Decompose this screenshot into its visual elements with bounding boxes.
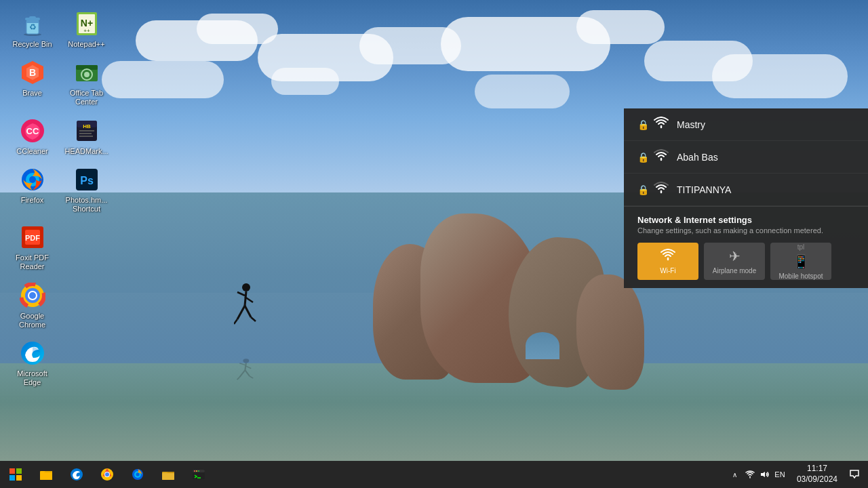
taskbar-right: ∧ EN — [725, 461, 868, 488]
svg-line-15 — [250, 376, 253, 378]
desktop-icon-foxit[interactable]: PDF Foxit PDF Reader — [7, 220, 58, 274]
desktop-icon-recycle-bin[interactable]: ♻ Recycle Bin — [7, 7, 58, 52]
tray-language[interactable]: EN — [773, 461, 787, 488]
svg-text:B: B — [28, 67, 35, 78]
clock[interactable]: 11:17 03/09/2024 — [790, 461, 844, 488]
airplane-toggle[interactable]: ✈ Airplane mode — [704, 243, 765, 280]
svg-point-32 — [84, 72, 90, 77]
svg-marker-76 — [761, 472, 765, 477]
headmarker-icon: HB — [73, 117, 100, 144]
svg-text:HB: HB — [83, 123, 91, 129]
desktop-icon-ccleaner[interactable]: CC CCleaner — [7, 114, 58, 159]
taskbar-folder[interactable] — [153, 461, 183, 488]
svg-text:PDF: PDF — [25, 234, 40, 242]
taskbar-chrome[interactable] — [92, 461, 122, 488]
wifi-network-titipannya[interactable]: 🔒 TITIPANNYA — [624, 174, 868, 206]
notification-button[interactable] — [844, 461, 865, 488]
taskbar: ∧ EN — [0, 461, 868, 488]
network-settings-title[interactable]: Network & Internet settings — [637, 215, 854, 225]
wifi-toggle-icon — [660, 249, 675, 264]
notepadpp-icon: N+ ++ — [73, 10, 100, 37]
ccleaner-label: CCleaner — [16, 147, 47, 156]
wifi-signal-mastry — [654, 117, 669, 132]
airplane-toggle-label: Airplane mode — [713, 267, 756, 274]
wifi-toggle[interactable]: Wi-Fi — [637, 243, 698, 280]
brave-label: Brave — [22, 89, 42, 98]
svg-rect-57 — [9, 475, 15, 481]
svg-text:++: ++ — [83, 28, 90, 34]
desktop-icon-photoshop[interactable]: Ps Photos.hm... Shortcut — [61, 163, 112, 217]
network-settings-subtitle: Change settings, such as making a connec… — [637, 226, 854, 235]
desktop-icon-office-tab[interactable]: Office Tab Center — [61, 56, 112, 110]
desktop: ♻ Recycle Bin N+ ++ — [0, 0, 868, 488]
svg-point-0 — [242, 283, 250, 291]
tray-volume-icon[interactable] — [758, 461, 772, 488]
svg-point-64 — [105, 472, 109, 476]
rock-arch-hole — [526, 332, 559, 359]
firefox-icon — [19, 166, 46, 193]
svg-rect-40 — [79, 136, 93, 137]
svg-rect-58 — [16, 475, 22, 481]
svg-text:Ps: Ps — [80, 175, 94, 186]
recycle-bin-label: Recycle Bin — [12, 40, 52, 49]
svg-text:N+: N+ — [80, 18, 92, 28]
desktop-icon-headmarker[interactable]: HB HEADMark... — [61, 114, 112, 159]
svg-rect-38 — [79, 130, 94, 131]
lock-icon-mastry: 🔒 — [637, 119, 648, 130]
svg-line-6 — [234, 319, 237, 324]
firefox-label: Firefox — [21, 196, 44, 205]
wifi-network-abah-bas[interactable]: 🔒 Abah Bas — [624, 141, 868, 174]
svg-rect-60 — [40, 472, 52, 480]
taskbar-app-icons — [31, 461, 214, 488]
tray-expand-button[interactable]: ∧ — [728, 461, 742, 488]
tray-network-icon[interactable] — [743, 461, 757, 488]
wifi-toggle-label: Wi-Fi — [660, 267, 675, 274]
ccleaner-icon: CC — [19, 117, 46, 144]
wifi-network-mastry[interactable]: 🔒 Mastry — [624, 108, 868, 141]
svg-rect-56 — [16, 468, 22, 474]
wifi-panel: 🔒 Mastry 🔒 — [624, 108, 868, 288]
desktop-icon-chrome[interactable]: Google Chrome — [7, 279, 58, 333]
svg-line-14 — [237, 377, 240, 380]
hotspot-toggle[interactable]: tpl 📱 Mobile hotspot — [770, 243, 831, 280]
recycle-bin-icon: ♻ — [19, 10, 46, 37]
figure-reflection — [234, 350, 258, 390]
svg-text:♻: ♻ — [28, 22, 36, 32]
taskbar-edge[interactable] — [61, 461, 92, 488]
system-tray: ∧ EN — [725, 461, 790, 488]
headmarker-label: HEADMark... — [64, 147, 108, 156]
photoshop-label: Photos.hm... Shortcut — [64, 196, 108, 214]
wifi-signal-abah-bas — [654, 149, 669, 165]
taskbar-terminal[interactable] — [183, 461, 214, 488]
officetab-label: Office Tab Center — [64, 89, 108, 106]
chrome-icon — [19, 282, 46, 309]
taskbar-file-explorer[interactable] — [31, 461, 61, 488]
svg-line-10 — [239, 363, 245, 365]
taskbar-firefox[interactable] — [122, 461, 153, 488]
quick-toggles: Wi-Fi ✈ Airplane mode tpl 📱 Mobile hotsp… — [637, 243, 854, 280]
mastry-network-name: Mastry — [677, 119, 705, 130]
clock-time: 11:17 — [807, 464, 827, 474]
hotspot-prefix: tpl — [797, 243, 805, 251]
start-button[interactable] — [0, 461, 31, 488]
edge-icon — [19, 340, 46, 367]
svg-line-2 — [237, 292, 245, 296]
foxit-label: Foxit PDF Reader — [10, 253, 54, 271]
clock-date: 03/09/2024 — [797, 474, 837, 485]
svg-rect-21 — [29, 16, 36, 19]
desktop-icon-brave[interactable]: B Brave — [7, 56, 58, 110]
wifi-network-list: 🔒 Mastry 🔒 — [624, 108, 868, 206]
desktop-icon-notepadpp[interactable]: N+ ++ Notepad++ — [61, 7, 112, 52]
svg-line-7 — [251, 317, 256, 321]
svg-line-5 — [245, 306, 251, 317]
svg-point-8 — [243, 359, 249, 363]
svg-text:CC: CC — [26, 126, 39, 136]
desktop-icon-firefox[interactable]: Firefox — [7, 163, 58, 217]
svg-rect-39 — [79, 133, 92, 134]
desktop-icon-edge[interactable]: Microsoft Edge — [7, 336, 58, 390]
lock-icon-titipannya: 🔒 — [637, 184, 648, 195]
titipannya-network-name: TITIPANNYA — [677, 184, 731, 195]
lock-icon-abah-bas: 🔒 — [637, 152, 648, 163]
photoshop-icon: Ps — [73, 166, 100, 193]
wifi-panel-footer: Network & Internet settings Change setti… — [624, 206, 868, 288]
